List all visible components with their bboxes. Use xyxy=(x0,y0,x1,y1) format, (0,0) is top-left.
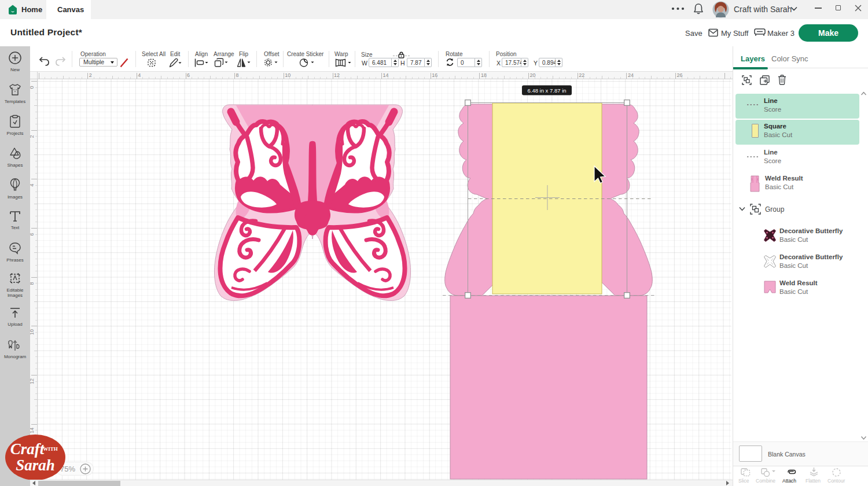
svg-text:Craft: Craft xyxy=(10,440,45,458)
svg-text:Sarah: Sarah xyxy=(16,456,55,474)
svg-text:6.48 in x 7.87 in: 6.48 in x 7.87 in xyxy=(527,87,566,94)
svg-text:WITH: WITH xyxy=(43,446,58,452)
